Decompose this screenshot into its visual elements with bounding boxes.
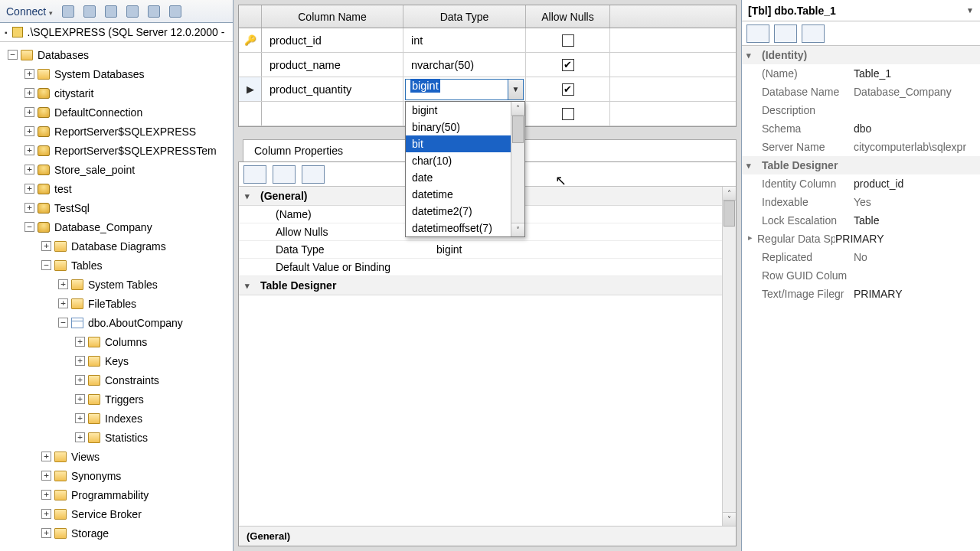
scroll-up-icon[interactable]: ˄	[723, 187, 736, 201]
dropdown-option[interactable]: char(10)	[406, 152, 511, 169]
tree-label[interactable]: System Tables	[88, 279, 158, 291]
allow-nulls-checkbox[interactable]	[562, 108, 574, 120]
expand-icon[interactable]: +	[24, 203, 34, 213]
expand-icon[interactable]: +	[58, 298, 68, 308]
allow-nulls-checkbox[interactable]	[562, 83, 574, 96]
cell-column-name[interactable]: product_id	[262, 28, 403, 52]
properties-icon[interactable]	[802, 24, 825, 43]
tree-label[interactable]: test	[54, 183, 72, 195]
tree-label[interactable]: Synonyms	[71, 470, 121, 482]
tree-label[interactable]: ReportServer$SQLEXPRESS	[54, 126, 196, 138]
property-value[interactable]: Table	[854, 214, 975, 227]
tree-label[interactable]: Databases	[38, 49, 89, 61]
tree-label[interactable]: Database Diagrams	[71, 240, 166, 253]
tree-label[interactable]: Programmability	[71, 489, 149, 501]
expand-icon[interactable]: +	[24, 145, 34, 155]
sort-az-icon[interactable]	[774, 24, 797, 43]
grid-row[interactable]: product_name nvarchar(50)	[239, 53, 736, 77]
data-type-input[interactable]: bigint	[405, 79, 508, 100]
allow-nulls-checkbox[interactable]	[562, 59, 574, 71]
property-row[interactable]: Text/Image FilegrPRIMARY	[742, 285, 980, 303]
cell-column-name[interactable]: product_name	[262, 53, 403, 77]
property-group-tabledesigner[interactable]: ▾Table Designer	[742, 156, 980, 174]
property-group-tabledesigner[interactable]: ▾Table Designer	[239, 276, 722, 295]
scroll-down-icon[interactable]: ˅	[723, 512, 736, 526]
tree-label[interactable]: System Databases	[54, 68, 145, 80]
expand-icon[interactable]: +	[75, 356, 85, 366]
cell-data-type[interactable]: int	[403, 28, 526, 52]
expand-icon[interactable]: +	[41, 241, 51, 251]
expand-icon[interactable]: +	[41, 509, 51, 519]
data-type-combobox[interactable]: bigint ▼ bigint binary(50) bit char(10)	[405, 79, 524, 100]
server-node[interactable]: ▪ .\SQLEXPRESS (SQL Server 12.0.2000 -	[0, 23, 233, 42]
expand-icon[interactable]: +	[24, 184, 34, 194]
property-row[interactable]: ReplicatedNo	[742, 248, 980, 266]
tree-label[interactable]: DefaultConnection	[54, 106, 142, 119]
property-row[interactable]: Data Typebigint	[239, 241, 722, 259]
data-type-dropdown-button[interactable]: ▼	[508, 79, 524, 100]
allow-nulls-checkbox[interactable]	[562, 34, 574, 47]
tree-label[interactable]: Database_Company	[54, 221, 152, 233]
toolbar-icon[interactable]	[169, 5, 181, 18]
collapse-icon[interactable]: −	[41, 260, 51, 270]
expand-icon[interactable]: +	[75, 337, 85, 347]
property-value[interactable]: dbo	[854, 122, 975, 135]
expand-icon[interactable]: +	[24, 69, 34, 79]
filter-icon[interactable]	[126, 5, 139, 18]
dropdown-option[interactable]: date	[406, 169, 511, 186]
scroll-down-icon[interactable]: ˅	[511, 223, 524, 236]
property-row[interactable]: ▸Regular Data SpaPRIMARY	[742, 230, 980, 248]
collapse-icon[interactable]: −	[24, 222, 34, 232]
property-value[interactable]: Table_1	[854, 67, 975, 80]
scroll-up-icon[interactable]: ˄	[511, 102, 524, 116]
property-group-identity[interactable]: ▾(Identity)	[742, 46, 980, 64]
tree-label[interactable]: Store_sale_point	[54, 164, 135, 176]
property-value[interactable]	[854, 269, 975, 282]
tree-label[interactable]: ReportServer$SQLEXPRESSTem	[54, 145, 217, 157]
tree-label[interactable]: Storage	[71, 527, 109, 540]
properties-icon[interactable]	[302, 165, 325, 184]
property-value[interactable]: PRIMARY	[835, 233, 975, 245]
property-value[interactable]: product_id	[854, 178, 975, 190]
property-value[interactable]: bigint	[436, 243, 717, 256]
tree-label[interactable]: Indexes	[105, 412, 142, 425]
toolbar-icon[interactable]	[62, 5, 74, 18]
scroll-thumb[interactable]	[724, 201, 735, 227]
property-value[interactable]	[436, 261, 717, 273]
column-header-allownulls[interactable]: Allow Nulls	[526, 5, 610, 28]
property-row[interactable]: IndexableYes	[742, 193, 980, 211]
dropdown-option[interactable]: datetime	[406, 186, 511, 203]
expand-icon[interactable]: +	[41, 471, 51, 481]
dropdown-option[interactable]: datetimeoffset(7)	[406, 220, 511, 236]
column-header-datatype[interactable]: Data Type	[403, 5, 526, 28]
dropdown-option[interactable]: binary(50)	[406, 119, 511, 135]
property-row[interactable]: (Name)Table_1	[742, 64, 980, 83]
column-header-name[interactable]: Column Name	[262, 5, 403, 28]
tree-label[interactable]: Triggers	[105, 393, 144, 406]
dropdown-option-highlighted[interactable]: bit	[406, 135, 511, 152]
tree-label[interactable]: Statistics	[105, 432, 148, 444]
expand-icon[interactable]: +	[24, 88, 34, 98]
expand-icon[interactable]: +	[75, 394, 85, 404]
grid-row-selected[interactable]: ▶ product_quantity bigint ▼ bigint binar…	[239, 77, 736, 102]
collapse-icon[interactable]: −	[58, 318, 68, 328]
property-row[interactable]: Lock EscalationTable	[742, 211, 980, 230]
expand-icon[interactable]: +	[24, 107, 34, 117]
property-row[interactable]: Default Value or Binding	[239, 259, 722, 276]
tree-label[interactable]: FileTables	[88, 298, 136, 310]
property-row[interactable]: Schemadbo	[742, 119, 980, 138]
property-row[interactable]: Server Namecitycomputerlab\sqlexpr	[742, 138, 980, 156]
cell-data-type[interactable]: nvarchar(50)	[403, 53, 526, 77]
refresh-icon[interactable]	[148, 5, 160, 18]
tree-label[interactable]: Tables	[71, 259, 102, 272]
expand-icon[interactable]: +	[41, 490, 51, 500]
cell-column-name[interactable]: product_quantity	[262, 77, 403, 101]
toolbar-icon[interactable]	[83, 5, 96, 18]
property-value[interactable]	[854, 104, 975, 116]
expand-icon[interactable]: +	[24, 126, 34, 136]
property-row[interactable]: Description	[742, 101, 980, 119]
tree-label[interactable]: Columns	[105, 336, 147, 348]
tree-label[interactable]: Constraints	[105, 374, 159, 386]
expand-icon[interactable]: +	[58, 279, 68, 289]
property-row[interactable]: Database NameDatabase_Company	[742, 83, 980, 101]
